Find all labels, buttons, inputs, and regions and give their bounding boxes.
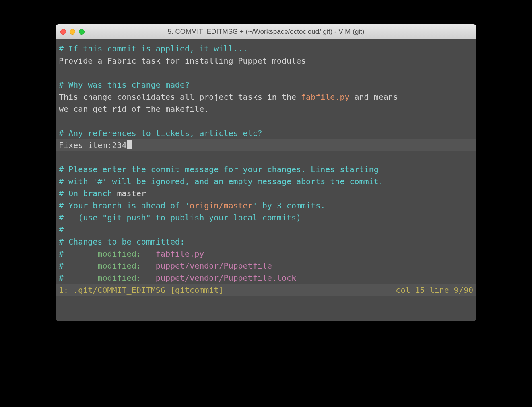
file-path: puppet/vendor/Puppetfile <box>156 261 272 271</box>
editor-line <box>56 151 476 163</box>
editor-line: # with '#' will be ignored, and an empty… <box>56 175 476 187</box>
editor-line: # Please enter the commit message for yo… <box>56 163 476 175</box>
hash-prefix: # <box>59 273 64 283</box>
comment-text: # Why was this change made? <box>59 80 190 90</box>
spacer <box>141 273 156 283</box>
modified-label: modified: <box>97 273 141 283</box>
editor-line: # modified: puppet/vendor/Puppetfile.loc… <box>56 272 476 284</box>
window-title: 5. COMMIT_EDITMSG + (~/Workspace/octoclo… <box>56 28 476 36</box>
editor-line: # If this commit is applied, it will... <box>56 43 476 55</box>
git-comment: # <box>59 225 64 234</box>
git-comment: # with '#' will be ignored, and an empty… <box>59 177 384 186</box>
comment-text: # If this commit is applied, it will... <box>59 44 248 53</box>
editor-line <box>56 67 476 79</box>
command-area[interactable] <box>56 296 476 320</box>
spacer <box>141 261 156 271</box>
terminal-window: 5. COMMIT_EDITMSG + (~/Workspace/octoclo… <box>56 24 476 321</box>
modified-label: modified: <box>97 249 141 259</box>
body-text: Provide a Fabric task for installing Pup… <box>59 56 306 66</box>
editor-line: # On branch master <box>56 187 476 199</box>
comment-text: # Any references to tickets, articles et… <box>59 128 262 138</box>
traffic-lights <box>60 29 85 35</box>
editor-line: # Why was this change made? <box>56 79 476 91</box>
spacer <box>141 249 156 259</box>
editor-line: # Changes to be committed: <box>56 236 476 248</box>
editor-line: This change consolidates all project tas… <box>56 91 476 103</box>
git-comment: # Changes to be committed: <box>59 237 185 247</box>
editor-area[interactable]: # If this commit is applied, it will... … <box>56 39 476 321</box>
git-comment: # Please enter the commit message for yo… <box>59 164 379 174</box>
editor-line: # <box>56 224 476 236</box>
editor-line: we can get rid of the makefile. <box>56 103 476 115</box>
file-path: fabfile.py <box>156 249 204 259</box>
git-comment: # (use "git push" to publish your local … <box>59 213 301 222</box>
body-text: and means <box>349 92 398 102</box>
status-filename: 1: .git/COMMIT_EDITMSG [gitcommit] <box>59 284 223 296</box>
editor-line: Provide a Fabric task for installing Pup… <box>56 55 476 67</box>
vim-statusbar: 1: .git/COMMIT_EDITMSG [gitcommit] col 1… <box>56 284 476 296</box>
status-position: col 15 line 9/90 <box>396 284 473 296</box>
hash-prefix: # <box>59 249 64 259</box>
cursor-icon <box>127 140 132 149</box>
window-titlebar: 5. COMMIT_EDITMSG + (~/Workspace/octoclo… <box>56 24 476 39</box>
spacer <box>64 261 97 271</box>
editor-line: # Your branch is ahead of 'origin/master… <box>56 199 476 212</box>
git-comment: ' by 3 commits. <box>253 201 326 210</box>
editor-line: # Any references to tickets, articles et… <box>56 127 476 139</box>
remote-branch: origin/master <box>190 201 253 210</box>
git-comment: # Your branch is ahead of ' <box>59 201 190 210</box>
close-button[interactable] <box>60 29 66 35</box>
editor-line <box>56 115 476 127</box>
body-text: we can get rid of the makefile. <box>59 104 209 114</box>
spacer <box>64 273 97 283</box>
maximize-button[interactable] <box>79 29 85 35</box>
editor-line: # modified: fabfile.py <box>56 248 476 260</box>
body-text: Fixes item:234 <box>59 140 127 150</box>
body-text: This change consolidates all project tas… <box>59 92 301 102</box>
branch-name: master <box>117 189 146 198</box>
spacer <box>64 249 97 259</box>
modified-label: modified: <box>97 261 141 271</box>
editor-line: # modified: puppet/vendor/Puppetfile <box>56 260 476 272</box>
file-path: puppet/vendor/Puppetfile.lock <box>156 273 296 283</box>
hash-prefix: # <box>59 261 64 271</box>
minimize-button[interactable] <box>70 29 75 35</box>
git-comment: # On branch <box>59 189 117 198</box>
editor-line: # (use "git push" to publish your local … <box>56 212 476 224</box>
editor-cursor-line: Fixes item:234 <box>56 139 476 151</box>
highlighted-filename: fabfile.py <box>301 92 349 102</box>
